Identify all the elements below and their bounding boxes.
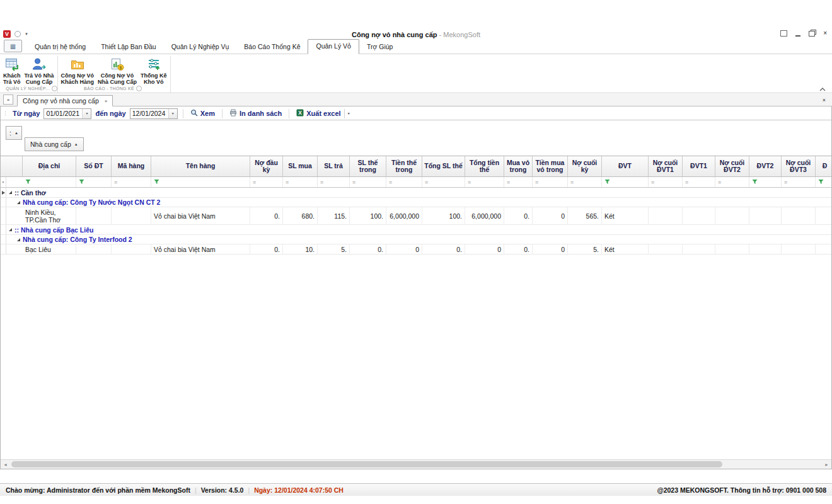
filter-cell-7[interactable]: = [318, 177, 350, 187]
data-cell[interactable] [749, 244, 782, 254]
filter-cell-19[interactable] [749, 177, 782, 187]
data-cell[interactable] [749, 207, 782, 224]
from-date-value[interactable]: 01/01/2021 [44, 110, 82, 117]
data-cell[interactable] [816, 207, 831, 224]
fullscreen-icon[interactable] [780, 30, 787, 37]
application-menu-button[interactable]: ▦ [4, 40, 22, 52]
data-cell[interactable]: 6,000,000 [465, 207, 504, 224]
ribbon-tab-5[interactable]: Quản Lý Vỏ [308, 39, 359, 54]
column-header-8[interactable]: SL thế trong [350, 156, 386, 176]
group-chip-supplier[interactable]: Nhà cung cấp ▲ [25, 137, 84, 151]
scroll-right-icon[interactable]: ► [822, 460, 831, 469]
filter-cell-15[interactable] [602, 177, 649, 187]
data-cell[interactable] [683, 207, 715, 224]
data-cell[interactable]: Ninh Kiều, TP.Cần Thơ [23, 207, 76, 224]
data-cell[interactable]: 680. [283, 207, 318, 224]
filter-cell-11[interactable]: = [465, 177, 504, 187]
filter-cell-6[interactable]: = [283, 177, 318, 187]
data-cell[interactable]: 100. [350, 207, 386, 224]
export-excel-dropdown-icon[interactable]: ▼ [344, 109, 353, 118]
data-cell[interactable] [782, 244, 816, 254]
column-header-18[interactable]: Nợ cuối ĐVT2 [715, 156, 749, 176]
restore-icon[interactable] [809, 31, 815, 37]
filter-cell-9[interactable]: = [386, 177, 422, 187]
column-header-14[interactable]: Nợ cuối kỳ [568, 156, 602, 176]
horizontal-scrollbar[interactable]: ◄ ► [1, 459, 831, 469]
data-cell[interactable]: 0 [533, 244, 568, 254]
scroll-left-icon[interactable]: ◄ [1, 460, 10, 469]
quick-access-circle-icon[interactable] [14, 31, 21, 37]
data-cell[interactable]: 0. [350, 244, 386, 254]
data-cell[interactable]: 115. [318, 207, 350, 224]
data-cell[interactable]: 0. [504, 244, 533, 254]
column-header-9[interactable]: Tiền thế trong [386, 156, 422, 176]
data-cell[interactable]: Vỏ chai bia Việt Nam [151, 207, 250, 224]
column-header-19[interactable]: ĐVT2 [749, 156, 782, 176]
from-date-input[interactable]: 01/01/2021 ▼ [43, 108, 91, 119]
data-cell[interactable] [112, 207, 151, 224]
filter-cell-1[interactable] [23, 177, 76, 187]
expand-collapse-icon[interactable] [6, 188, 14, 197]
column-header-21[interactable]: Đ [816, 156, 831, 176]
group-chip-area[interactable]: : ▲ [6, 126, 22, 140]
scrollbar-thumb[interactable] [11, 461, 722, 467]
column-header-7[interactable]: SL trả [318, 156, 350, 176]
column-header-5[interactable]: Nợ đầu kỳ [250, 156, 283, 176]
group-row-level1[interactable]: :: Nhà cung cấp Bạc Liêu [1, 225, 831, 235]
column-header-4[interactable]: Tên hàng [151, 156, 250, 176]
group-row-level2[interactable]: Nhà cung cấp: Công Ty Interfood 2 [1, 235, 831, 244]
data-cell[interactable] [76, 244, 112, 254]
dialog-launcher-icon[interactable]: ◦ [136, 86, 142, 91]
app-logo-icon[interactable]: V [3, 30, 11, 38]
column-header-12[interactable]: Mua vỏ trong [504, 156, 533, 176]
filter-cell-4[interactable] [151, 177, 250, 187]
filter-cell-18[interactable]: = [715, 177, 749, 187]
data-cell[interactable] [683, 244, 715, 254]
filter-cell-10[interactable]: = [422, 177, 465, 187]
data-cell[interactable] [816, 244, 831, 254]
document-tab-active[interactable]: Công nợ vỏ nhà cung cấp × [17, 95, 113, 106]
column-header-15[interactable]: ĐVT [602, 156, 649, 176]
data-cell[interactable]: 5. [568, 244, 602, 254]
column-header-17[interactable]: ĐVT1 [683, 156, 715, 176]
ribbon-button-tra-vo-nha-cung-cap[interactable]: Trả Vỏ NhàCung Cấp [23, 56, 56, 85]
data-cell[interactable]: 0. [250, 244, 283, 254]
column-header-13[interactable]: Tiền mua vỏ trong [533, 156, 568, 176]
expand-collapse-icon[interactable] [14, 235, 23, 244]
ribbon-tab-2[interactable]: Thiết Lập Ban Đầu [93, 40, 164, 54]
to-date-dropdown-icon[interactable]: ▼ [168, 109, 177, 118]
ribbon-button-thong-ke-kho-vo[interactable]: Thống KêKho Vỏ [139, 56, 169, 85]
filter-cell-21[interactable] [816, 177, 831, 187]
filter-cell-17[interactable]: = [683, 177, 715, 187]
data-cell[interactable]: Bạc Liêu [23, 244, 76, 254]
filter-cell-2[interactable] [76, 177, 112, 187]
data-row[interactable]: Ninh Kiều, TP.Cần ThơVỏ chai bia Việt Na… [1, 207, 831, 225]
data-cell[interactable]: 0 [386, 244, 422, 254]
ribbon-tab-6[interactable]: Trợ Giúp [359, 40, 401, 54]
view-button[interactable]: Xem [188, 109, 217, 118]
ribbon-tab-1[interactable]: Quản trị hệ thống [27, 40, 93, 54]
data-cell[interactable]: 565. [568, 207, 602, 224]
ribbon-button-khach-tra-vo[interactable]: KháchTrả Vỏ [1, 56, 23, 85]
ribbon-tab-3[interactable]: Quản Lý Nghiệp Vụ [164, 40, 237, 54]
from-date-dropdown-icon[interactable]: ▼ [82, 109, 91, 118]
data-cell[interactable]: 100. [422, 207, 465, 224]
data-cell[interactable] [649, 207, 683, 224]
filter-cell-20[interactable]: = [782, 177, 816, 187]
ribbon-collapse-icon[interactable] [819, 86, 826, 93]
expand-collapse-icon[interactable] [14, 198, 23, 207]
column-header-1[interactable]: Địa chỉ [23, 156, 76, 176]
quick-access-caret-icon[interactable]: ▼ [25, 32, 28, 36]
data-cell[interactable] [76, 207, 112, 224]
data-cell[interactable] [715, 207, 749, 224]
expand-collapse-icon[interactable] [6, 225, 14, 234]
close-tab-icon[interactable]: × [105, 98, 108, 104]
filter-cell-8[interactable]: = [350, 177, 386, 187]
filter-cell-16[interactable]: = [649, 177, 683, 187]
data-cell[interactable] [649, 244, 683, 254]
ribbon-button-cong-no-vo-khach-hang[interactable]: Công Nợ VỏKhách Hàng [59, 56, 96, 85]
data-cell[interactable] [782, 207, 816, 224]
column-header-20[interactable]: Nợ cuối ĐVT3 [782, 156, 816, 176]
filter-cell-5[interactable]: = [250, 177, 283, 187]
filter-cell-12[interactable]: = [504, 177, 533, 187]
